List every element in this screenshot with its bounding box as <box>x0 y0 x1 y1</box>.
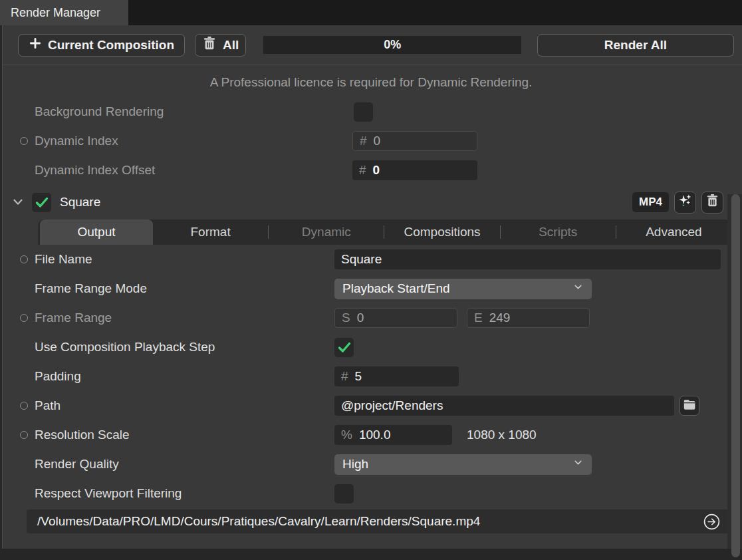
background-rendering-checkbox[interactable] <box>354 102 373 122</box>
number-prefix: # <box>360 134 367 148</box>
resolved-output-path: /Volumes/Data/PRO/LMD/Cours/Pratiques/Ca… <box>37 514 480 529</box>
chevron-down-icon[interactable] <box>11 195 27 210</box>
file-name-input[interactable]: Square <box>334 249 721 269</box>
connection-indicator <box>20 402 28 410</box>
number-prefix: # <box>341 369 348 384</box>
browse-folder-button[interactable] <box>680 396 699 416</box>
tab-format[interactable]: Format <box>153 219 268 245</box>
dynamic-index-label: Dynamic Index <box>35 134 352 148</box>
resolution-scale-label: Resolution Scale <box>35 428 334 442</box>
licence-notice: A Professional licence is required for D… <box>0 73 742 92</box>
item-enabled-checkbox[interactable] <box>32 193 51 212</box>
frame-range-label: Frame Range <box>35 311 334 325</box>
dynamic-index-offset-field[interactable]: # 0 <box>352 160 477 180</box>
render-progress-bar: 0% <box>263 36 521 54</box>
format-badge: MP4 <box>632 192 669 212</box>
item-name: Square <box>60 195 100 210</box>
padding-input[interactable]: # 5 <box>334 366 459 386</box>
render-all-button[interactable]: Render All <box>537 34 734 57</box>
background-rendering-label: Background Rendering <box>35 104 352 119</box>
open-path-arrow-icon[interactable] <box>703 513 721 531</box>
resolution-scale-value: 100.0 <box>359 428 391 442</box>
row-resolution-scale: Resolution Scale % 100.0 1080 x 1080 <box>0 420 742 450</box>
connection-indicator <box>20 431 28 439</box>
row-file-name: File Name Square <box>0 245 742 274</box>
delete-all-button[interactable]: All <box>195 34 246 57</box>
render-quality-value: High <box>342 457 368 472</box>
render-quality-select[interactable]: High <box>334 454 592 475</box>
render-quality-label: Render Quality <box>35 457 334 472</box>
add-current-composition-label: Current Composition <box>48 38 174 53</box>
row-dynamic-index: Dynamic Index # 0 <box>0 126 742 156</box>
number-prefix: # <box>359 163 366 178</box>
row-frame-range: Frame Range S 0 E 249 <box>0 303 742 333</box>
panel-title: Render Manager <box>11 6 100 20</box>
tab-output[interactable]: Output <box>40 219 153 245</box>
row-dynamic-index-offset: Dynamic Index Offset # 0 <box>0 156 742 185</box>
chevron-down-icon <box>572 457 584 472</box>
render-item-header: Square MP4 <box>0 186 742 218</box>
path-token: @project <box>341 398 392 413</box>
path-suffix: /Renders <box>392 398 443 413</box>
row-path: Path @project/Renders <box>0 391 742 420</box>
sparkles-icon <box>678 193 693 211</box>
path-input[interactable]: @project/Renders <box>334 396 674 416</box>
check-icon <box>336 339 352 355</box>
tab-dynamic[interactable]: Dynamic <box>269 219 384 245</box>
dynamic-index-field[interactable]: # 0 <box>352 131 477 151</box>
global-settings: Background Rendering Dynamic Index # 0 D… <box>0 97 742 185</box>
percent-prefix: % <box>341 428 352 442</box>
tab-scripts[interactable]: Scripts <box>501 219 616 245</box>
resolution-scale-input[interactable]: % 100.0 <box>334 425 452 445</box>
resolved-output-path-bar: /Volumes/Data/PRO/LMD/Cours/Pratiques/Ca… <box>27 509 729 533</box>
item-tabs: Output Format Dynamic Compositions Scrip… <box>38 219 731 245</box>
tab-compositions[interactable]: Compositions <box>384 219 499 245</box>
file-name-label: File Name <box>35 252 334 267</box>
row-respect-viewport-filtering: Respect Viewport Filtering <box>0 479 742 508</box>
render-manager-panel: Current Composition All 0% Render All A … <box>0 25 742 549</box>
respect-viewport-filtering-checkbox[interactable] <box>334 484 354 503</box>
file-name-value: Square <box>341 252 382 267</box>
render-all-label: Render All <box>604 38 667 53</box>
frame-range-mode-select[interactable]: Playback Start/End <box>334 279 592 299</box>
chevron-down-icon <box>572 281 584 296</box>
plus-icon <box>29 37 42 53</box>
frame-range-start-value: 0 <box>357 311 364 325</box>
use-composition-playback-step-label: Use Composition Playback Step <box>35 340 334 354</box>
progress-percentage: 0% <box>384 38 401 52</box>
padding-label: Padding <box>35 369 334 384</box>
row-use-composition-playback-step: Use Composition Playback Step <box>0 333 742 362</box>
use-composition-playback-step-checkbox[interactable] <box>334 338 354 357</box>
trash-icon <box>202 36 217 54</box>
frame-range-mode-label: Frame Range Mode <box>35 281 334 296</box>
frame-range-mode-value: Playback Start/End <box>342 281 450 296</box>
folder-icon <box>682 397 697 415</box>
toolbar: Current Composition All 0% Render All <box>0 25 742 65</box>
padding-value: 5 <box>355 369 362 384</box>
frame-range-start-input[interactable]: S 0 <box>334 308 457 328</box>
trash-icon <box>705 194 719 211</box>
tab-advanced[interactable]: Advanced <box>616 219 731 245</box>
dynamic-index-offset-value: 0 <box>373 163 380 178</box>
dynamic-index-offset-label: Dynamic Index Offset <box>35 163 352 178</box>
apply-to-all-button[interactable] <box>674 192 696 213</box>
row-render-quality: Render Quality High <box>0 450 742 479</box>
check-icon <box>34 194 50 210</box>
scrollbar-thumb[interactable] <box>731 194 740 557</box>
row-frame-range-mode: Frame Range Mode Playback Start/End <box>0 274 742 303</box>
tab-render-manager[interactable]: Render Manager <box>0 0 128 25</box>
dynamic-index-value: 0 <box>374 134 381 148</box>
connection-indicator <box>20 255 28 263</box>
path-label: Path <box>35 398 334 413</box>
frame-range-end-input[interactable]: E 249 <box>467 308 590 328</box>
delete-item-button[interactable] <box>701 192 723 213</box>
add-current-composition-button[interactable]: Current Composition <box>18 34 185 57</box>
delete-all-label: All <box>223 38 239 53</box>
respect-viewport-filtering-label: Respect Viewport Filtering <box>35 486 334 501</box>
connection-indicator <box>20 137 28 145</box>
frame-range-end-value: 249 <box>489 311 511 325</box>
end-prefix: E <box>474 311 483 325</box>
row-padding: Padding # 5 <box>0 362 742 391</box>
output-settings: File Name Square Frame Range Mode Playba… <box>0 245 742 508</box>
row-background-rendering: Background Rendering <box>0 97 742 126</box>
